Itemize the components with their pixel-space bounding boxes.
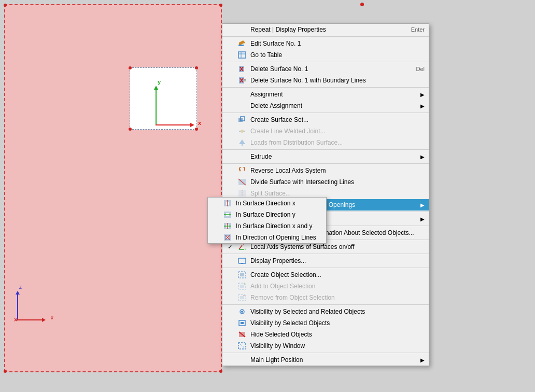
menu-item-label: Hide Selected Objects <box>250 331 425 338</box>
menu-item-visibility_selected[interactable]: Visibility by Selected Objects <box>222 317 429 329</box>
inner-corner-br <box>195 128 198 131</box>
submenu-item-label: In Surface Direction y <box>236 211 322 218</box>
menu-separator <box>222 304 429 305</box>
submenu-item-dir_opening[interactable]: In Direction of Opening Lines <box>208 232 326 243</box>
corner-dot-tl <box>4 4 7 7</box>
corner-dot-bl <box>4 370 7 373</box>
menu-item-add_object_selection: +Add to Object Selection <box>222 281 429 292</box>
submenu-arrow-icon: ▶ <box>420 92 425 97</box>
edit-icon <box>237 39 247 48</box>
menu-item-remove_object_selection: −Remove from Object Selection <box>222 292 429 303</box>
svg-point-48 <box>241 311 243 313</box>
inner-corner-tr <box>195 66 198 69</box>
loads-icon <box>237 138 247 147</box>
menu-item-extrude[interactable]: Extrude▶ <box>222 151 429 162</box>
menu-item-label: Create Surface Set... <box>250 116 425 123</box>
menu-item-label: Create Line Welded Joint... <box>250 128 425 135</box>
surface-main: x y <box>4 4 222 372</box>
line_welded-icon <box>237 127 247 135</box>
menu-item-create_object_selection[interactable]: Create Object Selection... <box>222 269 429 281</box>
surface_set-icon <box>237 116 247 124</box>
menu-item-assignment[interactable]: Assignment▶ <box>222 89 429 100</box>
menu-item-delete_assignment[interactable]: Delete Assignment▶ <box>222 100 429 111</box>
axis-y-arrow <box>154 86 158 90</box>
menu-separator <box>222 36 429 37</box>
menu-item-create_surface_set[interactable]: Create Surface Set... <box>222 114 429 125</box>
svg-rect-3 <box>238 52 246 58</box>
submenu-item-dir_x[interactable]: In Surface Direction x <box>208 198 326 209</box>
svg-line-33 <box>239 245 242 249</box>
menu-item-label: Edit Surface No. 1 <box>250 40 425 47</box>
submenu-cells: In Surface Direction x In Surface Direct… <box>207 197 327 244</box>
world-z-label: z <box>19 284 22 290</box>
vis_selected-icon <box>237 319 247 327</box>
menu-item-hide_selected[interactable]: Hide Selected Objects <box>222 329 429 340</box>
svg-rect-37 <box>238 258 246 263</box>
svg-rect-40 <box>240 273 244 276</box>
submenu-item-label: In Direction of Opening Lines <box>236 234 322 241</box>
menu-item-display_properties[interactable]: Display Properties... <box>222 255 429 267</box>
delete-icon <box>237 65 247 73</box>
menu-item-go_table[interactable]: Go to Table <box>222 49 429 61</box>
axis-x-label: x <box>198 120 201 126</box>
svg-marker-20 <box>239 170 241 172</box>
remove_sel-icon: − <box>237 293 247 302</box>
menu-item-label: Delete Surface No. 1 with Boundary Lines <box>250 77 425 84</box>
obj_sel-icon <box>237 271 247 279</box>
menu-item-label: Visibility by Window <box>250 342 425 349</box>
menu-item-visibility_window[interactable]: Visibility by Window <box>222 340 429 352</box>
menu-item-divide_surface[interactable]: Divide Surface with Intersecting Lines <box>222 176 429 188</box>
axis-icon: zx <box>237 243 247 251</box>
menu-separator <box>222 62 429 62</box>
axis-y-label: y <box>158 79 161 85</box>
menu-item-label: Create Object Selection... <box>250 271 425 278</box>
world-z-line: z <box>17 293 18 319</box>
menu-item-reverse_local[interactable]: Reverse Local Axis System <box>222 165 429 176</box>
split-icon <box>237 189 247 198</box>
corner-dot-br <box>219 370 222 373</box>
submenu-item-dir_y[interactable]: In Surface Direction y <box>208 209 326 220</box>
empty-icon <box>237 356 247 364</box>
world-x-line: x <box>17 319 43 320</box>
cells_x-icon <box>222 199 233 207</box>
menu-item-visibility_selected_related[interactable]: Visibility by Selected and Related Objec… <box>222 306 429 317</box>
menu-separator <box>222 113 429 113</box>
empty-icon <box>237 90 247 99</box>
menu-separator <box>222 254 429 254</box>
menu-separator <box>222 268 429 268</box>
axis-x-arrow <box>190 123 194 127</box>
svg-line-54 <box>238 343 246 349</box>
submenu-item-label: In Surface Direction x <box>236 200 322 207</box>
cells_y-icon <box>222 211 233 219</box>
svg-text:x: x <box>245 247 246 250</box>
submenu-arrow-icon: ▶ <box>420 202 425 208</box>
menu-item-label: Add to Object Selection <box>250 283 425 290</box>
corner-dot-tr <box>219 4 222 7</box>
display-icon <box>237 257 247 265</box>
inner-corner-tl <box>129 66 132 69</box>
delete2-icon <box>237 76 247 85</box>
menu-item-label: Repeat | Display Properties <box>250 26 401 33</box>
empty-icon <box>237 102 247 110</box>
menu-item-label: Local Axis Systems of Surfaces on/off <box>250 243 425 250</box>
menu-item-label: Delete Surface No. 1 <box>250 65 405 73</box>
menu-item-delete_surface_boundary[interactable]: Delete Surface No. 1 with Boundary Lines <box>222 75 429 86</box>
menu-item-repeat[interactable]: Repeat | Display PropertiesEnter <box>222 24 429 35</box>
svg-marker-18 <box>239 139 245 144</box>
svg-rect-50 <box>241 322 244 324</box>
menu-item-label: Reverse Local Axis System <box>250 167 425 174</box>
submenu-item-dir_xy[interactable]: In Surface Direction x and y <box>208 220 326 232</box>
menu-item-label: Loads from Distribution Surface... <box>250 139 425 146</box>
axis-y-line: y <box>156 88 157 124</box>
svg-rect-0 <box>238 45 244 46</box>
menu-shortcut: Del <box>416 66 425 72</box>
surface-opening <box>130 67 197 130</box>
menu-item-delete_surface[interactable]: Delete Surface No. 1Del <box>222 63 429 75</box>
axis-x-line: x <box>156 124 192 125</box>
top-corner-dot <box>360 3 364 6</box>
menu-checkmark: ✓ <box>227 243 234 250</box>
menu-separator <box>222 353 429 353</box>
menu-item-main_light[interactable]: Main Light Position▶ <box>222 354 429 366</box>
menu-item-edit_surface[interactable]: Edit Surface No. 1 <box>222 38 429 49</box>
submenu-arrow-icon: ▶ <box>420 357 425 363</box>
